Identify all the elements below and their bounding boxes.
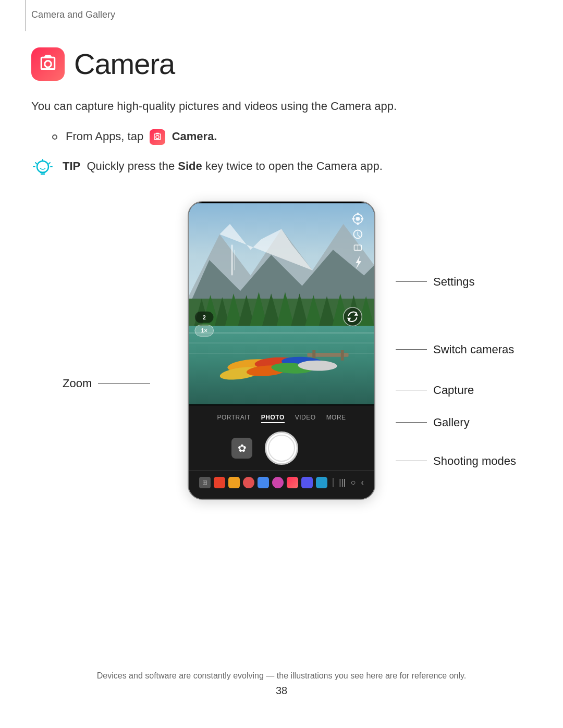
footer-note: Devices and software are constantly evol…: [0, 671, 563, 681]
app-icon-7: [316, 477, 327, 488]
capture-button-inner: [268, 435, 295, 462]
svg-rect-29: [189, 342, 374, 343]
page-number: 38: [0, 685, 563, 697]
camera-scene-svg: 2 1×: [189, 202, 374, 405]
mode-more[interactable]: MORE: [326, 414, 346, 423]
callout-shooting-modes: Shooting modes: [396, 454, 516, 468]
app-row: ⊞ ||| ○: [189, 470, 374, 495]
lightbulb-svg: [32, 158, 53, 179]
zoom-label: Zoom: [63, 377, 150, 390]
camera-svg-icon: [38, 54, 58, 74]
mode-video[interactable]: VIDEO: [295, 414, 316, 423]
svg-rect-10: [231, 244, 233, 275]
nav-divider: [333, 478, 334, 487]
page-title: Camera: [74, 47, 175, 81]
callout-settings: Settings: [396, 275, 516, 289]
camera-heading: Camera: [31, 47, 532, 81]
footer: Devices and software are constantly evol…: [0, 671, 563, 697]
svg-rect-28: [189, 332, 374, 334]
app-icon-6: [301, 477, 313, 488]
switch-cameras-line: [396, 349, 427, 350]
app-icon-1: [214, 477, 225, 488]
section-label: Camera and Gallery: [31, 9, 115, 20]
svg-rect-45: [352, 218, 354, 220]
bullet-circle: [52, 134, 57, 140]
gallery-thumbnail[interactable]: ✿: [231, 438, 252, 459]
svg-point-0: [37, 161, 48, 172]
tip-text: TIP Quickly press the Side key twice to …: [63, 157, 383, 175]
switch-cameras-label: Switch cameras: [433, 343, 514, 356]
svg-text:1×: 1×: [201, 327, 207, 334]
capture-button[interactable]: [265, 431, 298, 465]
svg-rect-43: [357, 213, 359, 215]
app-icon-5: [272, 477, 284, 488]
svg-rect-46: [361, 218, 363, 220]
tip-lightbulb-icon: [31, 157, 54, 180]
app-icon-camera: [287, 477, 298, 488]
capture-line: [396, 390, 427, 391]
nav-back-icon: ‹: [361, 478, 363, 487]
callout-capture: Capture: [396, 384, 516, 397]
nav-menu-icon: |||: [339, 478, 345, 487]
svg-line-3: [49, 163, 51, 164]
svg-rect-44: [357, 223, 359, 225]
app-grid-icon: ⊞: [199, 477, 211, 488]
intro-text: You can capture high-quality pictures an…: [31, 97, 532, 115]
phone-mockup-container: Zoom: [31, 201, 532, 500]
phone-frame: 2 1× PORTRAIT PHOTO VIDEO MORE: [188, 201, 375, 500]
svg-rect-33: [341, 350, 344, 361]
svg-point-42: [356, 217, 360, 221]
capture-label: Capture: [433, 384, 474, 397]
gallery-label: Gallery: [433, 416, 470, 429]
capture-row: ✿: [189, 431, 374, 470]
mode-photo[interactable]: PHOTO: [261, 414, 285, 423]
bullet-text: From Apps, tap Camera.: [66, 129, 217, 145]
settings-label: Settings: [433, 275, 475, 289]
mode-portrait[interactable]: PORTRAIT: [217, 414, 250, 423]
svg-rect-11: [234, 250, 235, 270]
bullet-item: From Apps, tap Camera.: [52, 129, 532, 145]
phone-screen: 2 1× PORTRAIT PHOTO VIDEO MORE: [188, 201, 375, 500]
gallery-icon: ✿: [238, 442, 247, 454]
camera-app-icon: [31, 47, 65, 81]
svg-line-2: [35, 163, 37, 164]
inline-camera-svg: [153, 132, 162, 142]
callout-labels-right: Settings Switch cameras Capture Gallery …: [396, 260, 516, 468]
svg-point-53: [344, 307, 362, 326]
nav-home-icon: ○: [351, 478, 356, 487]
svg-text:2: 2: [203, 314, 206, 320]
gallery-line: [396, 422, 427, 423]
shooting-modes-label: Shooting modes: [433, 454, 516, 468]
app-icon-2: [228, 477, 240, 488]
inline-camera-icon: [150, 129, 165, 145]
callout-switch-cameras: Switch cameras: [396, 343, 516, 356]
app-icon-4: [258, 477, 269, 488]
camera-bottom-ui: PORTRAIT PHOTO VIDEO MORE ✿: [189, 405, 374, 499]
settings-line: [396, 281, 427, 282]
tip-row: TIP Quickly press the Side key twice to …: [31, 157, 532, 180]
callout-gallery: Gallery: [396, 416, 516, 429]
shooting-modes-line: [396, 461, 427, 462]
app-icon-3: [243, 477, 254, 488]
shooting-modes-bar: PORTRAIT PHOTO VIDEO MORE: [189, 414, 374, 423]
